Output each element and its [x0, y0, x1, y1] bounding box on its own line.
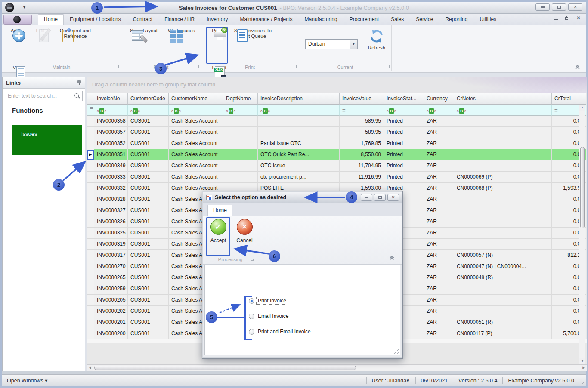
column-header-customercode[interactable]: CustomerCode — [128, 93, 169, 105]
grid-cell[interactable]: CUS001 — [128, 306, 169, 317]
grid-cell[interactable]: ZAR — [424, 127, 454, 138]
grid-cell[interactable]: 11,916.99 — [340, 172, 384, 183]
resize-grip-icon[interactable] — [580, 380, 585, 385]
grid-cell[interactable]: INV0000328 — [94, 194, 128, 205]
grid-cell[interactable] — [454, 306, 552, 317]
column-header-invoiceno[interactable]: InvoiceNo — [94, 93, 128, 105]
grid-cell[interactable]: CN0000057 (N) — [454, 250, 552, 261]
grid-cell[interactable] — [223, 172, 258, 183]
grid-cell[interactable]: CUS001 — [128, 116, 169, 127]
combobox-dropdown-caret-icon[interactable]: ▾ — [350, 40, 357, 49]
grid-cell[interactable]: CN0000068 (P) — [454, 183, 552, 194]
grid-cell[interactable] — [454, 116, 552, 127]
tab-finance-hr[interactable]: Finance / HR — [158, 14, 201, 25]
grid-cell[interactable]: Cash Sales Account — [169, 138, 223, 149]
grid-cell[interactable]: INV0000349 — [94, 160, 128, 172]
grid-cell[interactable]: ZAR — [424, 261, 454, 272]
grid-cell[interactable]: INV0000200 — [94, 328, 128, 339]
tab-equipment-locations[interactable]: Equipment / Locations — [64, 14, 127, 25]
grid-cell[interactable]: Printed — [384, 172, 424, 183]
grid-cell[interactable]: otc procurement p... — [258, 172, 340, 183]
grid-cell[interactable]: CUS001 — [128, 127, 169, 138]
close-button[interactable]: ✕ — [568, 3, 582, 11]
grid-cell[interactable]: CUS001 — [128, 160, 169, 172]
column-header-deptname[interactable]: DeptName — [223, 93, 258, 105]
print-button[interactable]: ? Print — [206, 27, 228, 64]
grid-cell[interactable]: CUS001 — [128, 261, 169, 272]
grid-cell[interactable]: CUS001 — [128, 138, 169, 149]
grid-cell[interactable]: INV0000327 — [94, 205, 128, 216]
grid-cell[interactable] — [223, 127, 258, 138]
filter-cell-invoicedescription[interactable]: aBc — [258, 105, 340, 116]
scroll-left-button[interactable]: ◀ — [87, 365, 93, 371]
grid-cell[interactable]: INV0000325 — [94, 228, 128, 239]
group-by-bar[interactable]: Drag a column header here to group by th… — [87, 77, 587, 93]
mdi-minimize-button[interactable] — [554, 16, 559, 21]
column-header-invoicevalue[interactable]: InvoiceValue — [340, 93, 384, 105]
grid-cell[interactable] — [454, 194, 552, 205]
grid-cell[interactable]: INV0000270 — [94, 261, 128, 272]
grid-cell[interactable]: CN0000117 (P) — [454, 328, 552, 339]
grid-cell[interactable]: 8,550.00 — [340, 149, 384, 160]
grid-cell[interactable]: INV0000351 — [94, 149, 128, 160]
vertical-scrollbar-thumb[interactable] — [580, 147, 585, 228]
scroll-up-button[interactable]: ▲ — [579, 105, 585, 111]
radio-button-icon[interactable] — [249, 329, 254, 335]
grid-cell[interactable] — [454, 295, 552, 306]
grid-cell[interactable]: OTC Issue — [258, 160, 340, 172]
grid-cell[interactable]: Cash Sales Account — [169, 116, 223, 127]
grid-cell[interactable]: ZAR — [424, 205, 454, 216]
grid-cell[interactable]: OTC Quick Part Re... — [258, 149, 340, 160]
grid-cell[interactable]: ZAR — [424, 328, 454, 339]
ribbon-collapse-chevron-icon[interactable] — [576, 65, 580, 69]
grid-cell[interactable]: ZAR — [424, 295, 454, 306]
grid-cell[interactable] — [454, 127, 552, 138]
column-header-currency[interactable]: Currency — [424, 93, 454, 105]
grid-cell[interactable] — [454, 283, 552, 295]
branch-combobox[interactable]: Durban ▾ — [305, 39, 358, 49]
grid-cell[interactable]: CUS001 — [128, 239, 169, 250]
radio-option-print-and-email-invoice[interactable]: Print and Email Invoice — [249, 328, 312, 335]
send-invoices-to-print-queue-button[interactable]: Send Invoices To Print Queue — [233, 27, 272, 64]
grid-cell[interactable] — [454, 160, 552, 172]
filter-cell-invoicevalue[interactable]: = — [340, 105, 384, 116]
grid-cell[interactable]: ZAR — [424, 116, 454, 127]
grid-cell[interactable]: ZAR — [424, 250, 454, 261]
grid-cell[interactable]: ZAR — [424, 216, 454, 228]
radio-button-icon[interactable] — [249, 298, 254, 304]
vertical-scrollbar[interactable]: ▲ ▼ — [579, 105, 585, 364]
add-button[interactable]: Add — [5, 27, 25, 64]
filter-cell-customername[interactable]: aBc — [169, 105, 223, 116]
grid-cell[interactable]: ZAR — [424, 317, 454, 328]
row-INV0000357[interactable]: INV0000357CUS001Cash Sales Account589.95… — [87, 127, 586, 138]
grid-cell[interactable]: CUS001 — [128, 172, 169, 183]
grid-cell[interactable]: INV0000202 — [94, 306, 128, 317]
grid-cell[interactable]: ZAR — [424, 306, 454, 317]
accept-button[interactable]: ✓ Accept — [207, 219, 229, 243]
radio-button-icon[interactable] — [249, 314, 254, 319]
column-header-customername[interactable]: CustomerName — [169, 93, 223, 105]
grid-cell[interactable]: Cash Sales Account — [169, 160, 223, 172]
grid-cell[interactable]: INV0000265 — [94, 272, 128, 283]
column-header-invoicedescription[interactable]: InvoiceDescription — [258, 93, 340, 105]
grid-cell[interactable]: Cash Sales Account — [169, 149, 223, 160]
grid-cell[interactable]: CUS001 — [128, 328, 169, 339]
tab-procurement[interactable]: Procurement — [344, 14, 385, 25]
row-INV0000351[interactable]: ▶INV0000351CUS001Cash Sales AccountOTC Q… — [87, 149, 586, 160]
grid-cell[interactable]: ZAR — [424, 183, 454, 194]
grid-cell[interactable]: CUS001 — [128, 183, 169, 194]
grid-cell[interactable]: Printed — [384, 127, 424, 138]
grid-cell[interactable]: ZAR — [424, 272, 454, 283]
filter-cell-crnotes[interactable]: aBc — [454, 105, 552, 116]
grid-cell[interactable]: 589.95 — [340, 127, 384, 138]
scroll-right-button[interactable]: ▶ — [581, 365, 587, 371]
grid-cell[interactable]: Printed — [384, 160, 424, 172]
grid-cell[interactable] — [223, 116, 258, 127]
dialog-collapse-chevron-icon[interactable] — [390, 256, 395, 260]
grid-cell[interactable]: INV0000358 — [94, 116, 128, 127]
grid-cell[interactable] — [454, 228, 552, 239]
grid-cell[interactable]: CUS001 — [128, 283, 169, 295]
grid-cell[interactable] — [223, 138, 258, 149]
open-windows-button[interactable]: Open Windows ▾ — [7, 377, 48, 384]
grid-cell[interactable] — [258, 116, 340, 127]
